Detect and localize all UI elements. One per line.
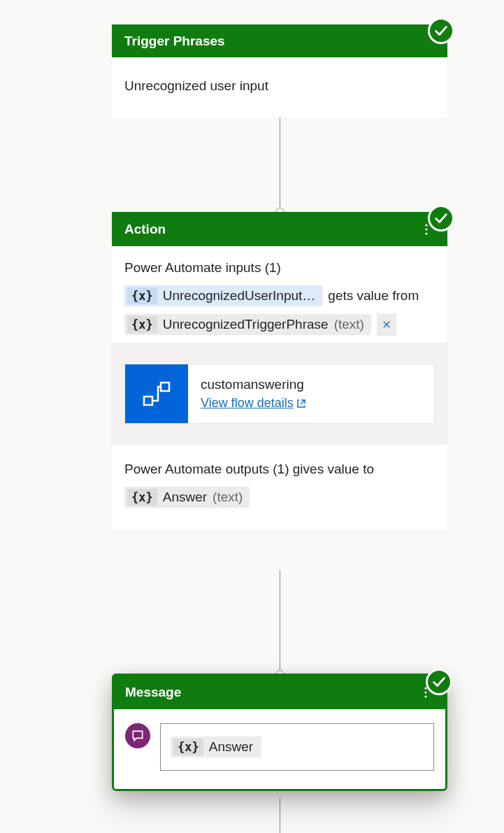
inputs-label: Power Automate inputs (1) xyxy=(124,260,435,276)
flow-card[interactable]: customanswering View flow details xyxy=(124,364,435,424)
connector-line xyxy=(280,110,280,212)
variable-icon: {x} xyxy=(127,489,157,506)
svg-point-2 xyxy=(425,232,427,234)
message-icon xyxy=(125,723,150,748)
outputs-label: Power Automate outputs (1) gives value t… xyxy=(124,462,435,477)
variable-icon: {x} xyxy=(173,739,203,755)
variable-name: Answer xyxy=(163,490,207,505)
variable-name: Answer xyxy=(209,739,253,755)
gets-value-from-label: gets value from xyxy=(328,288,419,304)
view-flow-details-link[interactable]: View flow details xyxy=(201,396,306,411)
svg-point-9 xyxy=(424,695,426,697)
output-variable-token[interactable]: {x} Answer (text) xyxy=(124,487,250,508)
variable-name: UnrecognizedTriggerPhrase xyxy=(163,317,329,332)
flow-name: customanswering xyxy=(201,377,306,392)
message-content-box[interactable]: {x} Answer xyxy=(160,723,434,771)
trigger-phrases-node[interactable]: Trigger Phrases Unrecognized user input xyxy=(112,24,447,118)
checkmark-badge-icon xyxy=(428,205,454,232)
trigger-content: Unrecognized user input xyxy=(112,57,447,118)
node-header[interactable]: Action xyxy=(112,212,447,246)
variable-type: (text) xyxy=(213,490,243,505)
svg-rect-5 xyxy=(144,397,152,405)
variable-name: UnrecognizedUserInput… xyxy=(163,288,316,304)
node-title: Trigger Phrases xyxy=(124,34,225,49)
svg-point-0 xyxy=(425,224,427,226)
action-body: Power Automate inputs (1) {x} Unrecogniz… xyxy=(112,246,447,530)
svg-point-1 xyxy=(425,228,427,230)
svg-rect-6 xyxy=(161,383,169,391)
variable-type: (text) xyxy=(334,317,364,332)
connector-line xyxy=(280,798,280,833)
node-title: Message xyxy=(125,685,181,700)
remove-mapping-button[interactable] xyxy=(377,313,396,336)
message-node[interactable]: Message {x} Answer xyxy=(112,674,447,791)
flow-icon xyxy=(125,364,188,423)
external-link-icon xyxy=(296,399,306,408)
variable-icon: {x} xyxy=(127,316,157,333)
action-node[interactable]: Action Power Automate inputs (1) {x} Unr… xyxy=(112,212,447,530)
node-title: Action xyxy=(124,222,166,237)
input-variable-token[interactable]: {x} UnrecognizedUserInput… xyxy=(124,285,322,306)
node-header[interactable]: Trigger Phrases xyxy=(112,24,447,57)
variable-icon: {x} xyxy=(127,287,157,304)
answer-variable-token[interactable]: {x} Answer xyxy=(171,736,261,757)
node-header[interactable]: Message xyxy=(114,676,445,709)
checkmark-badge-icon xyxy=(428,17,454,44)
connector-line xyxy=(280,570,280,675)
checkmark-badge-icon xyxy=(426,669,452,695)
flow-container: customanswering View flow details xyxy=(112,343,447,445)
svg-point-8 xyxy=(424,691,426,693)
source-variable-token[interactable]: {x} UnrecognizedTriggerPhrase (text) xyxy=(124,314,371,335)
